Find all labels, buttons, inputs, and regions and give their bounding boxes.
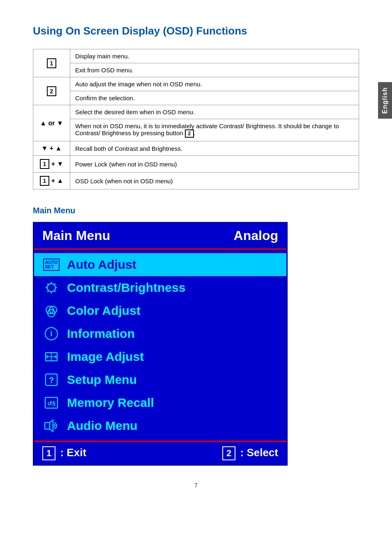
menu-item-label: Image Adjust xyxy=(67,350,144,364)
footer-select: 2 : Select xyxy=(222,446,278,460)
recall-icon: ↺5 xyxy=(42,394,60,412)
desc-2b: Confirm the selection. xyxy=(70,91,359,105)
menu-items: AUTOSET Auto Adjust xyxy=(34,250,286,441)
menu-item-auto-adjust[interactable]: AUTOSET Auto Adjust xyxy=(34,253,286,276)
brightness-icon xyxy=(42,279,60,297)
menu-item-label: Color Adjust xyxy=(67,304,141,318)
menu-item-label: Memory Recall xyxy=(67,396,154,410)
exit-label: : Exit xyxy=(60,446,86,459)
auto-set-box: AUTOSET xyxy=(43,259,60,271)
color-icon xyxy=(42,302,60,320)
desc-3a: Select the desired item when in OSD menu… xyxy=(70,105,359,119)
svg-line-6 xyxy=(54,291,55,292)
key-1c: 1 xyxy=(40,176,50,186)
svg-text:↺5: ↺5 xyxy=(47,400,55,407)
image-adjust-icon xyxy=(42,348,60,366)
menu-item-audio-menu[interactable]: Audio Menu xyxy=(34,414,286,437)
question-icon: ? xyxy=(42,371,60,389)
footer-exit: 1 : Exit xyxy=(42,446,86,460)
table-row: 1 + ▼ Power Lock (when not in OSD menu) xyxy=(33,156,359,173)
menu-item-label: Setup Menu xyxy=(67,373,137,387)
desc-4: Recall both of Contrast and Brightness. xyxy=(70,141,359,156)
menu-item-image-adjust[interactable]: Image Adjust xyxy=(34,345,286,368)
audio-icon xyxy=(42,417,60,435)
key-1: 1 xyxy=(47,58,57,68)
key-2: 2 xyxy=(47,86,57,96)
exit-key: 1 xyxy=(42,446,55,460)
menu-item-label: Audio Menu xyxy=(67,419,138,433)
auto-set-icon: AUTOSET xyxy=(42,256,60,274)
page-number: 7 xyxy=(33,482,359,489)
table-row: 1 + ▲ OSD Lock (when not in OSD menu) xyxy=(33,173,359,189)
menu-item-memory-recall[interactable]: ↺5 Memory Recall xyxy=(34,391,286,414)
svg-line-7 xyxy=(54,284,55,285)
desc-3b: When not in OSD menu, it is to immediate… xyxy=(70,119,359,141)
key-cell-both-arrows: ▼ + ▲ xyxy=(33,141,70,156)
menu-subtitle: Analog xyxy=(234,228,278,243)
menu-item-information[interactable]: i Information xyxy=(34,322,286,345)
osd-menu-header: Main Menu Analog xyxy=(34,223,286,248)
key-cell-arrows: ▲ or ▼ xyxy=(33,105,70,141)
desc-1b: Exit from OSD menu. xyxy=(70,63,359,77)
key-cell-1: 1 xyxy=(33,49,70,77)
key-cell-1-up: 1 + ▲ xyxy=(33,173,70,189)
menu-item-contrast-brightness[interactable]: Contrast/Brightness xyxy=(34,276,286,299)
select-key: 2 xyxy=(222,446,235,460)
side-tab: English xyxy=(378,82,392,119)
table-row: 1 Display main menu. xyxy=(33,49,359,63)
key-cell-2: 2 xyxy=(33,77,70,105)
svg-text:i: i xyxy=(50,330,52,338)
info-icon: i xyxy=(42,325,60,343)
menu-title: Main Menu xyxy=(42,228,110,243)
table-row: When not in OSD menu, it is to immediate… xyxy=(33,119,359,141)
table-row: Exit from OSD menu. xyxy=(33,63,359,77)
svg-line-8 xyxy=(47,291,48,292)
osd-menu-footer: 1 : Exit 2 : Select xyxy=(34,442,286,464)
menu-item-setup-menu[interactable]: ? Setup Menu xyxy=(34,368,286,391)
page-content: English Using On Screen Display (OSD) Fu… xyxy=(0,0,392,513)
select-label: : Select xyxy=(240,446,279,459)
svg-line-5 xyxy=(47,284,48,285)
menu-item-label: Information xyxy=(67,327,135,341)
desc-6: OSD Lock (when not in OSD menu) xyxy=(70,173,359,189)
section-title: Main Menu xyxy=(33,206,359,215)
svg-marker-26 xyxy=(50,420,53,432)
table-row: ▲ or ▼ Select the desired item when in O… xyxy=(33,105,359,119)
osd-table: 1 Display main menu. Exit from OSD menu.… xyxy=(33,49,359,189)
main-menu-section: Main Menu Main Menu Analog AUTOSET Auto … xyxy=(33,206,359,466)
desc-2a: Auto adjust the image when not in OSD me… xyxy=(70,77,359,91)
table-row: 2 Auto adjust the image when not in OSD … xyxy=(33,77,359,91)
menu-item-label: Auto Adjust xyxy=(67,258,136,272)
desc-1a: Display main menu. xyxy=(70,49,359,63)
key-1b: 1 xyxy=(40,159,50,169)
desc-5: Power Lock (when not in OSD menu) xyxy=(70,156,359,173)
page-title: Using On Screen Display (OSD) Functions xyxy=(33,25,359,37)
table-row: Confirm the selection. xyxy=(33,91,359,105)
table-row: ▼ + ▲ Recall both of Contrast and Bright… xyxy=(33,141,359,156)
key-cell-1-down: 1 + ▼ xyxy=(33,156,70,173)
inline-key-2: 2 xyxy=(185,129,194,138)
menu-item-color-adjust[interactable]: Color Adjust xyxy=(34,299,286,322)
menu-item-label: Contrast/Brightness xyxy=(67,281,185,295)
svg-rect-25 xyxy=(45,422,50,429)
svg-text:?: ? xyxy=(49,376,54,385)
osd-menu: Main Menu Analog AUTOSET Auto Adjust xyxy=(33,222,288,466)
